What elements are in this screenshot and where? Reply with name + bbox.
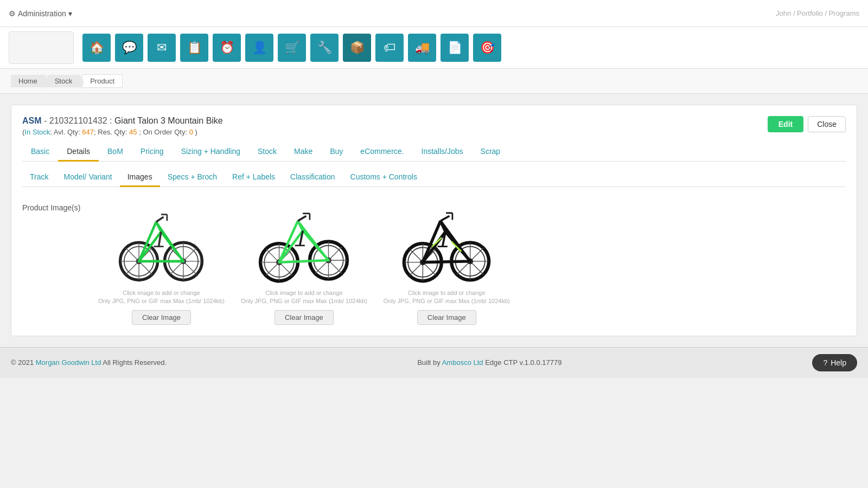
subtab-images[interactable]: Images [120, 168, 160, 187]
image-1-hint: Click image to add or change Only JPG, P… [98, 289, 225, 306]
gear-icon: ⚙ [9, 9, 16, 18]
breadcrumb-product[interactable]: Product [82, 74, 123, 88]
record-header: ASM - 210321101432 : Giant Talon 3 Mount… [22, 116, 846, 136]
stock-status: In Stock [24, 128, 50, 136]
record-name: Giant Talon 3 Mountain Bike [114, 116, 223, 125]
record-card: ASM - 210321101432 : Giant Talon 3 Mount… [11, 105, 857, 336]
image-item-3: Click image to add or change Only JPG, P… [384, 198, 510, 325]
breadcrumb: Home Stock Product [0, 69, 868, 94]
logo [9, 31, 74, 64]
builder-link[interactable]: Ambosco Ltd [442, 358, 483, 367]
svg-line-43 [298, 216, 306, 221]
company-link[interactable]: Morgan Goodwin Ltd [36, 358, 101, 367]
nav-clipboard-btn[interactable]: 📋 [180, 34, 208, 62]
user-info: John / Portfolio / Programs [776, 9, 859, 17]
record-subtitle: (In Stock; Avl. Qty: 647; Res. Qty: 45 ;… [22, 128, 223, 136]
footer: © 2021 Morgan Goodwin Ltd All Rights Res… [0, 347, 868, 378]
main-tabs: Basic Details BoM Pricing Sizing + Handl… [22, 143, 846, 162]
nav-bar: 🏠 💬 ✉ 📋 ⏰ 👤 🛒 🔧 📦 🏷 🚚 📄 🎯 [0, 27, 868, 69]
help-button[interactable]: ? Help [812, 354, 857, 371]
clear-image-2-button[interactable]: Clear Image [275, 310, 334, 325]
footer-left: © 2021 Morgan Goodwin Ltd All Rights Res… [11, 358, 167, 367]
nav-wrench-btn[interactable]: 🔧 [310, 34, 339, 62]
image-3[interactable] [392, 198, 501, 285]
nav-truck-btn[interactable]: 🚚 [408, 34, 436, 62]
nav-chat-btn[interactable]: 💬 [115, 34, 143, 62]
clear-image-3-button[interactable]: Clear Image [417, 310, 476, 325]
version: Edge CTP v.1.0.0.17779 [485, 358, 561, 367]
nav-email-btn[interactable]: ✉ [148, 34, 176, 62]
image-item-2: Click image to add or change Only JPG, P… [241, 198, 367, 325]
admin-label: Administration [18, 9, 66, 18]
svg-line-63 [441, 221, 470, 261]
subtab-ref-labels[interactable]: Ref + Labels [225, 168, 283, 187]
top-bar: ⚙ Administration ▾ John / Portfolio / Pr… [0, 0, 868, 27]
svg-line-68 [441, 216, 449, 221]
tab-ecommerce[interactable]: eCommerce. [352, 143, 412, 162]
images-grid: Click image to add or change Only JPG, P… [98, 198, 510, 325]
tab-installs[interactable]: Installs/Jobs [413, 143, 472, 162]
nav-box-btn[interactable]: 📦 [343, 34, 371, 62]
footer-right: Built by Ambosco Ltd Edge CTP v.1.0.0.17… [417, 358, 561, 367]
admin-menu[interactable]: ⚙ Administration ▾ [9, 9, 72, 18]
main-content: ASM - 210321101432 : Giant Talon 3 Mount… [0, 94, 868, 347]
order-qty: 0 [189, 128, 193, 136]
tab-pricing[interactable]: Pricing [132, 143, 173, 162]
breadcrumb-stock[interactable]: Stock [47, 75, 80, 87]
tab-stock[interactable]: Stock [249, 143, 285, 162]
avl-qty: 647 [82, 128, 94, 136]
nav-clock-btn[interactable]: ⏰ [213, 34, 241, 62]
subtab-model-variant[interactable]: Model/ Variant [56, 168, 119, 187]
images-label: Product Image(s) [22, 198, 87, 212]
image-1[interactable] [107, 198, 215, 285]
image-item-1: Click image to add or change Only JPG, P… [98, 198, 225, 325]
nav-support-btn[interactable]: 🎯 [473, 34, 501, 62]
nav-user-btn[interactable]: 👤 [245, 34, 273, 62]
help-circle-icon: ? [823, 358, 827, 367]
sub-tabs: Track Model/ Variant Images Specs + Broc… [22, 168, 846, 187]
tab-bom[interactable]: BoM [99, 143, 132, 162]
edit-button[interactable]: Edit [768, 116, 803, 132]
subtab-customs[interactable]: Customs + Controls [343, 168, 425, 187]
record-ref: - 210321101432 : [44, 116, 114, 125]
tab-details[interactable]: Details [58, 143, 99, 162]
copyright: © 2021 [11, 358, 34, 367]
clear-image-1-button[interactable]: Clear Image [132, 310, 191, 325]
subtab-specs[interactable]: Specs + Broch [160, 168, 225, 187]
image-3-hint: Click image to add or change Only JPG, P… [384, 289, 510, 306]
subtab-track[interactable]: Track [22, 168, 56, 187]
res-qty: 45 [129, 128, 137, 136]
image-2[interactable] [250, 198, 358, 285]
header-buttons: Edit Close [768, 116, 846, 132]
svg-line-20 [156, 217, 164, 222]
rights: All Rights Reserved. [103, 358, 167, 367]
record-asm: ASM [22, 116, 42, 125]
tab-basic[interactable]: Basic [22, 143, 58, 162]
subtab-classification[interactable]: Classification [283, 168, 342, 187]
nav-document-btn[interactable]: 📄 [441, 34, 469, 62]
record-title: ASM - 210321101432 : Giant Talon 3 Mount… [22, 116, 223, 126]
built-by: Built by [417, 358, 441, 367]
breadcrumb-home[interactable]: Home [11, 75, 45, 87]
tab-buy[interactable]: Buy [321, 143, 352, 162]
nav-home-btn[interactable]: 🏠 [82, 34, 111, 62]
tab-scrap[interactable]: Scrap [472, 143, 509, 162]
dropdown-arrow-icon: ▾ [68, 9, 72, 18]
close-button[interactable]: Close [808, 116, 846, 132]
nav-tag-btn[interactable]: 🏷 [375, 34, 404, 62]
tab-make[interactable]: Make [285, 143, 321, 162]
images-section: Product Image(s) [22, 198, 846, 325]
image-2-hint: Click image to add or change Only JPG, P… [241, 289, 367, 306]
nav-cart-btn[interactable]: 🛒 [278, 34, 306, 62]
tab-sizing[interactable]: Sizing + Handling [173, 143, 249, 162]
